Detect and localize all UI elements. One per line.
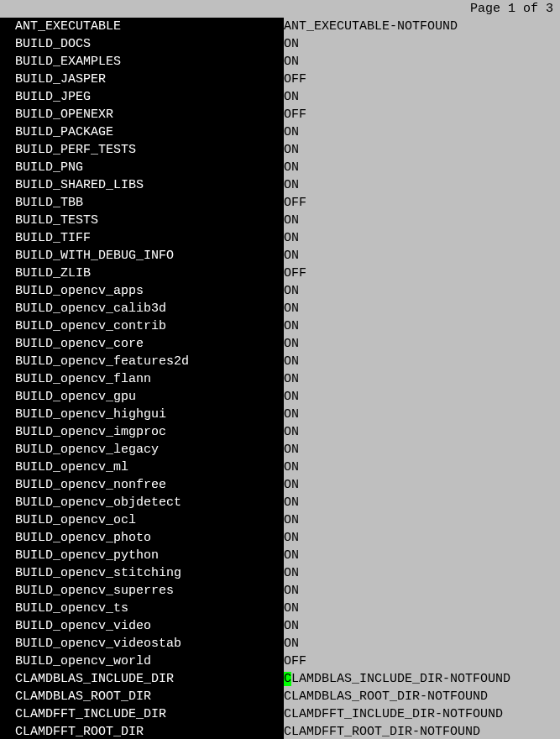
option-value[interactable]: CLAMDBLAS_INCLUDE_DIR-NOTFOUND (284, 670, 560, 688)
option-value[interactable]: ON (284, 353, 560, 370)
option-row[interactable]: BUILD_opencv_photoON (0, 529, 560, 547)
option-row[interactable]: BUILD_opencv_worldOFF (0, 653, 560, 670)
option-value[interactable]: ON (284, 229, 560, 247)
option-value[interactable]: ON (284, 494, 560, 511)
option-value[interactable]: CLAMDBLAS_ROOT_DIR-NOTFOUND (284, 688, 560, 705)
option-row[interactable]: BUILD_opencv_superresON (0, 582, 560, 600)
option-value[interactable]: ON (284, 529, 560, 547)
option-value[interactable]: ON (284, 582, 560, 600)
option-value[interactable]: ON (284, 141, 560, 159)
option-value[interactable]: ANT_EXECUTABLE-NOTFOUND (284, 18, 560, 35)
option-value[interactable]: ON (284, 617, 560, 635)
option-key: BUILD_TIFF (0, 229, 284, 247)
option-value[interactable]: CLAMDFFT_ROOT_DIR-NOTFOUND (284, 723, 560, 739)
option-key: BUILD_opencv_photo (0, 529, 284, 547)
option-value[interactable]: ON (284, 600, 560, 617)
option-value[interactable]: ON (284, 176, 560, 194)
option-value[interactable]: OFF (284, 653, 560, 670)
option-key: BUILD_PERF_TESTS (0, 141, 284, 159)
option-value[interactable]: OFF (284, 71, 560, 88)
option-row[interactable]: BUILD_opencv_videoON (0, 617, 560, 635)
option-value-rest: LAMDBLAS_INCLUDE_DIR-NOTFOUND (291, 672, 510, 686)
options-list[interactable]: ANT_EXECUTABLEANT_EXECUTABLE-NOTFOUND BU… (0, 18, 560, 739)
option-row[interactable]: BUILD_opencv_tsON (0, 600, 560, 617)
option-row[interactable]: BUILD_TESTSON (0, 212, 560, 229)
option-row[interactable]: BUILD_opencv_gpuON (0, 388, 560, 406)
option-row[interactable]: BUILD_opencv_pythonON (0, 547, 560, 564)
option-row[interactable]: BUILD_opencv_videostabON (0, 635, 560, 653)
option-row[interactable]: BUILD_opencv_nonfreeON (0, 476, 560, 494)
option-value[interactable]: CLAMDFFT_INCLUDE_DIR-NOTFOUND (284, 705, 560, 723)
page-indicator-text: Page 1 of 3 (470, 2, 553, 16)
option-value[interactable]: ON (284, 88, 560, 106)
option-row[interactable]: BUILD_opencv_flannON (0, 370, 560, 388)
option-row[interactable]: BUILD_ZLIBOFF (0, 265, 560, 282)
option-value[interactable]: ON (284, 123, 560, 141)
option-row[interactable]: BUILD_opencv_oclON (0, 511, 560, 529)
option-value[interactable]: ON (284, 423, 560, 441)
option-row[interactable]: BUILD_EXAMPLESON (0, 53, 560, 71)
option-key: BUILD_opencv_legacy (0, 441, 284, 459)
option-key: BUILD_opencv_stitching (0, 564, 284, 582)
option-value[interactable]: ON (284, 317, 560, 335)
option-value[interactable]: ON (284, 406, 560, 423)
option-key: BUILD_opencv_contrib (0, 317, 284, 335)
option-key: CLAMDBLAS_ROOT_DIR (0, 688, 284, 705)
option-value[interactable]: ON (284, 212, 560, 229)
option-row[interactable]: BUILD_PNGON (0, 159, 560, 176)
option-value[interactable]: ON (284, 564, 560, 582)
option-row[interactable]: BUILD_opencv_stitchingON (0, 564, 560, 582)
option-key: ANT_EXECUTABLE (0, 18, 284, 35)
option-value[interactable]: ON (284, 441, 560, 459)
option-row[interactable]: CLAMDFFT_INCLUDE_DIRCLAMDFFT_INCLUDE_DIR… (0, 705, 560, 723)
option-row[interactable]: BUILD_JASPEROFF (0, 71, 560, 88)
option-value[interactable]: ON (284, 459, 560, 476)
option-key: BUILD_opencv_world (0, 653, 284, 670)
option-row[interactable]: BUILD_opencv_calib3dON (0, 300, 560, 317)
option-row[interactable]: BUILD_opencv_highguiON (0, 406, 560, 423)
option-key: BUILD_EXAMPLES (0, 53, 284, 71)
option-value[interactable]: OFF (284, 265, 560, 282)
option-value[interactable]: ON (284, 370, 560, 388)
option-key: BUILD_OPENEXR (0, 106, 284, 123)
option-row[interactable]: BUILD_opencv_mlON (0, 459, 560, 476)
option-value[interactable]: ON (284, 159, 560, 176)
option-value[interactable]: ON (284, 35, 560, 53)
option-row[interactable]: BUILD_opencv_features2dON (0, 353, 560, 370)
option-row[interactable]: BUILD_PACKAGEON (0, 123, 560, 141)
page-indicator: Page 1 of 3 (0, 0, 560, 18)
option-row[interactable]: BUILD_DOCSON (0, 35, 560, 53)
option-value[interactable]: ON (284, 282, 560, 300)
option-value[interactable]: ON (284, 388, 560, 406)
option-value[interactable]: ON (284, 635, 560, 653)
option-row[interactable]: CLAMDFFT_ROOT_DIRCLAMDFFT_ROOT_DIR-NOTFO… (0, 723, 560, 739)
option-key: BUILD_opencv_apps (0, 282, 284, 300)
option-value[interactable]: ON (284, 53, 560, 71)
option-row[interactable]: BUILD_opencv_imgprocON (0, 423, 560, 441)
option-row[interactable]: BUILD_JPEGON (0, 88, 560, 106)
option-value[interactable]: OFF (284, 194, 560, 212)
option-value[interactable]: ON (284, 300, 560, 317)
option-row[interactable]: CLAMDBLAS_ROOT_DIRCLAMDBLAS_ROOT_DIR-NOT… (0, 688, 560, 705)
option-row[interactable]: BUILD_TIFFON (0, 229, 560, 247)
option-value[interactable]: ON (284, 547, 560, 564)
option-row[interactable]: BUILD_PERF_TESTSON (0, 141, 560, 159)
option-key: BUILD_opencv_core (0, 335, 284, 353)
option-value[interactable]: ON (284, 511, 560, 529)
option-row[interactable]: BUILD_SHARED_LIBSON (0, 176, 560, 194)
option-row[interactable]: BUILD_opencv_appsON (0, 282, 560, 300)
option-row[interactable]: ANT_EXECUTABLEANT_EXECUTABLE-NOTFOUND (0, 18, 560, 35)
option-value[interactable]: ON (284, 335, 560, 353)
option-row[interactable]: BUILD_opencv_contribON (0, 317, 560, 335)
option-value[interactable]: ON (284, 247, 560, 265)
option-row[interactable]: BUILD_opencv_legacyON (0, 441, 560, 459)
option-row[interactable]: BUILD_WITH_DEBUG_INFOON (0, 247, 560, 265)
option-value[interactable]: ON (284, 476, 560, 494)
option-row[interactable]: BUILD_OPENEXROFF (0, 106, 560, 123)
option-row[interactable]: BUILD_opencv_coreON (0, 335, 560, 353)
option-value[interactable]: OFF (284, 106, 560, 123)
option-row[interactable]: CLAMDBLAS_INCLUDE_DIRCLAMDBLAS_INCLUDE_D… (0, 670, 560, 688)
option-row[interactable]: BUILD_opencv_objdetectON (0, 494, 560, 511)
option-key: CLAMDFFT_INCLUDE_DIR (0, 705, 284, 723)
option-row[interactable]: BUILD_TBBOFF (0, 194, 560, 212)
